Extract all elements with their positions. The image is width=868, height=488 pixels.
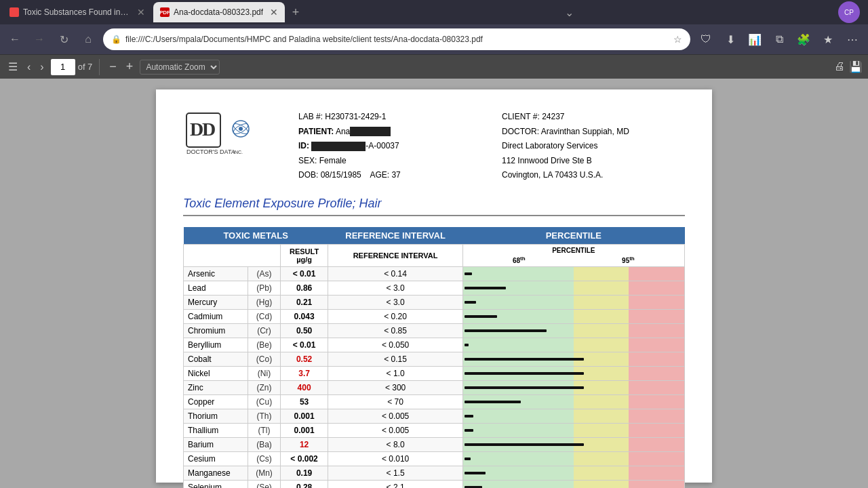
sidebar-toggle-button[interactable]: ☰ — [5, 58, 20, 76]
green-zone — [463, 338, 574, 352]
element-symbol: (Cd) — [248, 309, 280, 323]
reference-value: < 0.010 — [328, 451, 462, 466]
element-symbol: (Zn) — [248, 380, 280, 394]
back-button[interactable]: ← — [5, 30, 24, 49]
bar-line — [465, 358, 584, 361]
element-name: Selenium — [184, 480, 248, 488]
red-zone — [629, 296, 684, 309]
patient-dob: DOB: 08/15/1985 AGE: 37 — [298, 168, 481, 183]
forward-button[interactable]: → — [30, 30, 49, 49]
pdf-toolbar-right: 🖨 💾 — [834, 60, 863, 73]
table-row: Arsenic (As) < 0.01 < 0.14 — [184, 266, 685, 281]
toolbar-divider — [99, 59, 100, 75]
pdf-toolbar: ☰ ‹ › of 7 − + Automatic Zoom 🖨 💾 — [0, 54, 868, 79]
bar-chart-cell — [462, 309, 684, 323]
extensions-icon[interactable]: 🧩 — [793, 29, 814, 49]
zoom-in-button[interactable]: + — [123, 57, 136, 77]
client-info: CLIENT #: 24237 DOCTOR: Aravinthan Suppi… — [502, 110, 685, 183]
result-value: 0.043 — [280, 309, 328, 323]
reference-value: < 0.005 — [328, 423, 462, 437]
element-symbol: (Cr) — [248, 323, 280, 338]
tab-pdf[interactable]: PDF Ana-docdata-080323.pdf ✕ — [153, 2, 285, 22]
bar-line — [465, 272, 472, 275]
bar-chart-cell — [462, 366, 684, 380]
profile-initials: CP — [844, 9, 854, 16]
result-value: 53 — [280, 394, 328, 409]
tab-close-1[interactable]: ✕ — [137, 7, 145, 18]
profile-avatar[interactable]: CP Christine Padovan — [838, 1, 860, 23]
result-col-header: RESULT µg/g — [280, 244, 328, 266]
home-button[interactable]: ⌂ — [79, 30, 98, 49]
element-name: Zinc — [184, 380, 248, 394]
reference-value: < 0.15 — [328, 352, 462, 366]
table-row: Lead (Pb) 0.86 < 3.0 — [184, 281, 685, 295]
reference-value: < 70 — [328, 394, 462, 409]
bar-line — [465, 429, 473, 432]
url-bar[interactable]: 🔒 file:///C:/Users/mpala/Documents/HMPC … — [103, 28, 690, 50]
red-zone — [629, 424, 684, 437]
element-name: Cadmium — [184, 309, 248, 323]
tab-overflow-button[interactable]: ⌄ — [565, 6, 579, 19]
bar-chart-cell — [462, 352, 684, 366]
tab-label-1: Toxic Substances Found in CO... — [23, 7, 130, 17]
favorites-icon[interactable]: ★ — [818, 29, 838, 49]
bar-line — [465, 372, 584, 375]
green-zone — [463, 424, 574, 437]
next-page-button[interactable]: › — [37, 58, 46, 76]
element-name: Chromium — [184, 323, 248, 338]
address-line1: 112 Innwood Drive Ste B — [502, 154, 685, 169]
p95-label: 95th — [622, 256, 635, 264]
element-name: Nickel — [184, 366, 248, 380]
prev-page-button[interactable]: ‹ — [24, 58, 33, 76]
save-icon[interactable]: 💾 — [849, 60, 863, 73]
result-value: < 0.01 — [280, 338, 328, 352]
bar-chart-cell — [462, 423, 684, 437]
svg-text:DOCTOR'S DATA: DOCTOR'S DATA — [186, 148, 235, 155]
bar-chart-cell — [462, 266, 684, 281]
page-total: of 7 — [78, 62, 93, 72]
bar-chart-cell — [462, 409, 684, 423]
menu-icon[interactable]: ⋯ — [842, 29, 863, 49]
tab-close-2[interactable]: ✕ — [270, 7, 278, 18]
percentile-header: PERCENTILE — [462, 227, 684, 245]
yellow-zone — [574, 466, 629, 480]
zone-background — [463, 296, 684, 309]
yellow-zone — [574, 395, 629, 409]
red-zone — [629, 310, 684, 323]
green-zone — [463, 452, 574, 466]
reference-value: < 3.0 — [328, 281, 462, 295]
red-zone — [629, 281, 684, 295]
zoom-select[interactable]: Automatic Zoom — [140, 60, 220, 75]
bar-chart-cell — [462, 380, 684, 394]
page-number-input[interactable] — [51, 59, 75, 75]
element-symbol: (Pb) — [248, 281, 280, 295]
svg-text:D: D — [202, 119, 216, 140]
tab-toxic[interactable]: Toxic Substances Found in CO... ✕ — [3, 2, 152, 22]
element-symbol: (Cu) — [248, 394, 280, 409]
tabs-icon[interactable]: ⧉ — [769, 29, 789, 49]
result-value: 3.7 — [280, 366, 328, 380]
download-icon[interactable]: ⬇ — [720, 29, 741, 49]
red-zone — [629, 367, 684, 380]
collections-icon[interactable]: 📊 — [745, 29, 765, 49]
reference-header: REFERENCE INTERVAL — [328, 227, 462, 245]
table-row: Chromium (Cr) 0.50 < 0.85 — [184, 323, 685, 338]
reload-button[interactable]: ↻ — [54, 30, 73, 49]
element-name: Lead — [184, 281, 248, 295]
bar-chart-cell — [462, 338, 684, 352]
bookmark-icon[interactable]: ☆ — [673, 34, 682, 45]
table-row: Cadmium (Cd) 0.043 < 0.20 — [184, 309, 685, 323]
new-tab-button[interactable]: + — [286, 3, 305, 22]
url-text: file:///C:/Users/mpala/Documents/HMPC an… — [125, 35, 665, 44]
table-row: Nickel (Ni) 3.7 < 1.0 — [184, 366, 685, 380]
print-icon[interactable]: 🖨 — [834, 60, 845, 73]
zoom-out-button[interactable]: − — [106, 57, 119, 77]
bar-line — [465, 472, 486, 474]
result-value: 0.001 — [280, 423, 328, 437]
zone-background — [463, 452, 684, 466]
reference-value: < 0.20 — [328, 309, 462, 323]
id-redacted — [311, 142, 366, 151]
report-title: Toxic Element Exposure Profile; Hair — [183, 197, 685, 216]
yellow-zone — [574, 267, 629, 281]
shield-icon[interactable]: 🛡 — [696, 29, 716, 49]
